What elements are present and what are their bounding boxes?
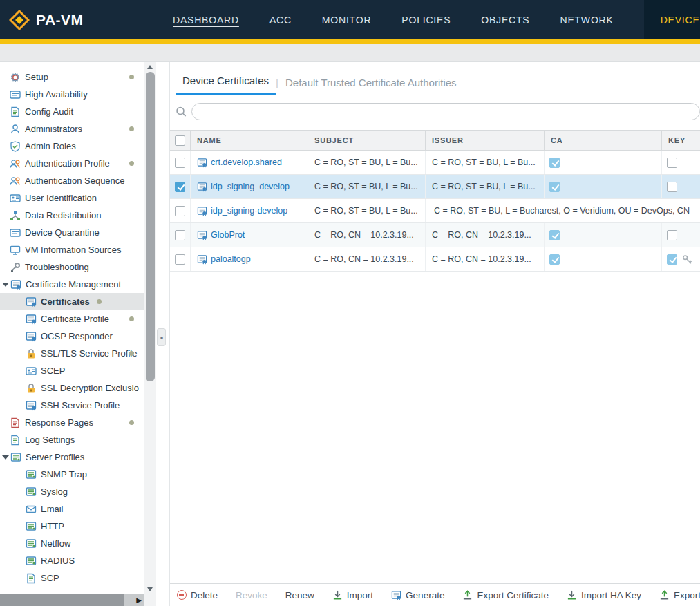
certificate-icon — [26, 314, 37, 325]
nav-dashboard[interactable]: DASHBOARD — [173, 15, 239, 26]
sidebar-item-snmp-trap[interactable]: SNMP Trap — [0, 466, 144, 483]
sidebar-item-label: SNMP Trap — [41, 469, 87, 480]
sidebar-item-email[interactable]: Email — [0, 500, 144, 518]
sidebar-item-device-quarantine[interactable]: Device Quarantine — [0, 224, 144, 241]
renew-button[interactable]: Renew — [285, 590, 314, 600]
horizontal-scrollbar-thumb[interactable] — [0, 594, 124, 606]
sidebar-item-netflow[interactable]: Netflow — [0, 535, 144, 552]
sidebar-item-vm-information-sources[interactable]: VM Information Sources — [0, 241, 144, 258]
sidebar-item-label: Device Quarantine — [25, 227, 100, 238]
revoke-button[interactable]: Revoke — [236, 590, 267, 600]
generate-button[interactable]: Generate — [391, 590, 444, 600]
sidebar-item-admin-roles[interactable]: Admin Roles — [0, 138, 144, 155]
certificate-name-link[interactable]: paloaltogp — [211, 254, 251, 264]
import-button[interactable]: Import — [332, 590, 373, 600]
ca-checkbox[interactable] — [549, 230, 560, 240]
sidebar-collapse-handle[interactable]: ◄ — [157, 328, 166, 346]
sidebar-item-authentication-sequence[interactable]: Authentication Sequence — [0, 172, 144, 189]
table-row[interactable]: GlobProt C = RO, CN = 10.2.3.19... C = R… — [170, 223, 700, 247]
sidebar-item-http[interactable]: HTTP — [0, 518, 144, 535]
column-header-subject[interactable]: SUBJECT — [308, 131, 426, 150]
select-all-checkbox[interactable] — [175, 135, 185, 146]
sidebar-item-ocsp-responder[interactable]: OCSP Responder — [0, 328, 144, 345]
sidebar-item-high-availability[interactable]: High Availability — [0, 86, 144, 103]
ca-checkbox[interactable] — [549, 182, 560, 192]
log-document-icon — [10, 435, 21, 446]
tab-default-trusted-certificate-authorities[interactable]: Default Trusted Certificate Authorities — [278, 77, 464, 95]
key-checkbox[interactable] — [667, 158, 677, 168]
certificate-name-link[interactable]: crt.develop.shared — [211, 158, 282, 167]
column-header-issuer[interactable]: ISSUER — [426, 131, 545, 150]
nav-acc[interactable]: ACC — [269, 15, 292, 26]
key-checkbox[interactable] — [667, 182, 677, 192]
sidebar-item-scep[interactable]: SCEP — [0, 362, 144, 379]
sidebar-item-scp[interactable]: SCP — [0, 569, 144, 587]
chevron-expanded-icon[interactable] — [2, 455, 9, 460]
sidebar-item-server-profiles[interactable]: Server Profiles — [0, 448, 144, 466]
column-header-key[interactable]: KEY — [662, 131, 700, 150]
subject-text: C = RO, ST = BU, L = Bu... — [314, 158, 418, 167]
row-checkbox[interactable] — [175, 230, 185, 240]
nav-objects[interactable]: OBJECTS — [481, 15, 529, 26]
nav-device[interactable]: DEVICE — [644, 0, 700, 39]
sidebar-item-radius[interactable]: RADIUS — [0, 552, 144, 569]
chevron-expanded-icon[interactable] — [2, 283, 9, 287]
certificate-name-link[interactable]: idp_signing-develop — [211, 206, 287, 216]
main-panel: Device Certificates | Default Trusted Ce… — [169, 62, 700, 606]
nav-policies[interactable]: POLICIES — [401, 15, 451, 26]
monitor-icon — [10, 245, 21, 256]
sidebar-item-ssl-tls-service-profile[interactable]: SSL/TLS Service Profile — [0, 345, 144, 362]
sidebar-horizontal-scrollbar[interactable]: ▶ — [0, 594, 144, 606]
key-export-icon[interactable] — [682, 254, 692, 265]
sidebar-item-certificates[interactable]: Certificates — [0, 293, 144, 310]
row-checkbox[interactable] — [175, 158, 185, 168]
sidebar-item-administrators[interactable]: Administrators — [0, 120, 144, 138]
nav-monitor[interactable]: MONITOR — [322, 15, 371, 26]
table-row[interactable]: idp_signing_develop C = RO, ST = BU, L =… — [170, 175, 700, 199]
sidebar-item-label: Syslog — [41, 486, 68, 497]
sidebar-item-config-audit[interactable]: Config Audit — [0, 103, 144, 120]
key-checkbox[interactable] — [667, 230, 677, 240]
ca-checkbox[interactable] — [549, 158, 560, 168]
row-checkbox[interactable] — [175, 182, 185, 192]
sidebar-item-ssh-service-profile[interactable]: SSH Service Profile — [0, 397, 144, 414]
sidebar-item-certificate-management[interactable]: Certificate Management — [0, 276, 144, 293]
table-row[interactable]: crt.develop.shared C = RO, ST = BU, L = … — [170, 151, 700, 175]
export-certificate-button[interactable]: Export Certificate — [462, 590, 549, 600]
tab-device-certificates[interactable]: Device Certificates — [176, 75, 276, 95]
sidebar-item-label: High Availability — [25, 89, 88, 100]
sidebar-vertical-scrollbar[interactable] — [144, 62, 156, 594]
sidebar-item-response-pages[interactable]: Response Pages — [0, 414, 144, 431]
sidebar-item-troubleshooting[interactable]: Troubleshooting — [0, 258, 144, 276]
row-checkbox[interactable] — [175, 206, 185, 216]
vertical-scrollbar-thumb[interactable] — [146, 72, 155, 381]
sidebar-item-certificate-profile[interactable]: Certificate Profile — [0, 310, 144, 328]
sidebar-item-syslog[interactable]: Syslog — [0, 483, 144, 500]
certificate-name-link[interactable]: GlobProt — [211, 230, 245, 240]
sidebar-item-setup[interactable]: Setup — [0, 68, 144, 86]
sidebar-item-log-settings[interactable]: Log Settings — [0, 431, 144, 448]
scroll-right-arrow-icon[interactable]: ▶ — [136, 594, 142, 606]
column-header-ca[interactable]: CA — [545, 131, 662, 150]
column-header-name[interactable]: NAME — [191, 131, 308, 150]
import-icon — [567, 590, 577, 600]
sidebar-item-ssl-decryption-exclusion[interactable]: SSL Decryption Exclusio — [0, 379, 144, 397]
table-row[interactable]: paloaltogp C = RO, CN = 10.2.3.19... C =… — [170, 247, 700, 272]
import-ha-key-button[interactable]: Import HA Key — [567, 590, 641, 600]
nav-network[interactable]: NETWORK — [560, 15, 613, 26]
sidebar-item-user-identification[interactable]: User Identification — [0, 189, 144, 207]
table-row[interactable]: idp_signing-develop C = RO, ST = BU, L =… — [170, 199, 700, 223]
server-icon — [26, 486, 37, 498]
export-ha-key-button[interactable]: Export — [659, 590, 700, 600]
delete-button[interactable]: Delete — [177, 590, 218, 600]
ca-checkbox[interactable] — [549, 254, 560, 265]
sidebar-item-authentication-profile[interactable]: Authentication Profile — [0, 155, 144, 172]
sidebar-item-data-redistribution[interactable]: Data Redistribution — [0, 207, 144, 224]
row-checkbox[interactable] — [175, 254, 185, 265]
scroll-down-arrow-icon[interactable] — [147, 587, 153, 591]
scroll-up-arrow-icon[interactable] — [147, 65, 153, 69]
key-checkbox[interactable] — [667, 254, 677, 265]
search-input[interactable] — [191, 103, 700, 120]
sidebar-item-label: SCEP — [41, 366, 65, 376]
certificate-name-link[interactable]: idp_signing_develop — [211, 182, 290, 191]
